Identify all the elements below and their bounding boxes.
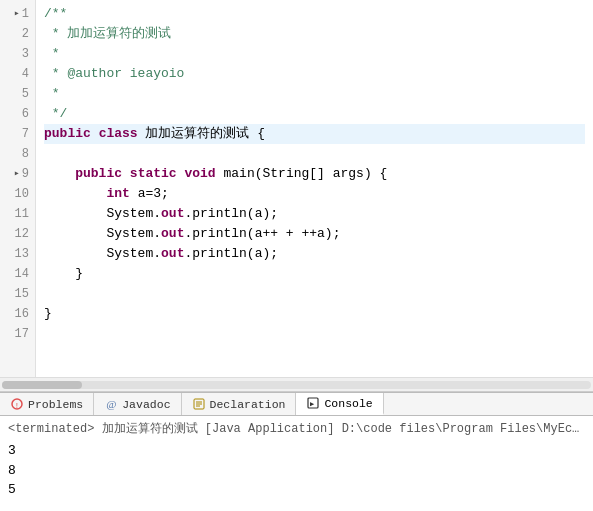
line-number-4: 4 <box>4 64 29 84</box>
tab-console[interactable]: ▶Console <box>296 393 383 415</box>
line-number-17: 17 <box>4 324 29 344</box>
line-number-11: 11 <box>4 204 29 224</box>
code-line-8 <box>44 144 585 164</box>
svg-text:!: ! <box>15 401 20 410</box>
line-number-15: 15 <box>4 284 29 304</box>
line-number-16: 16 <box>4 304 29 324</box>
code-line-17 <box>44 324 585 344</box>
svg-text:▶: ▶ <box>310 400 315 408</box>
code-line-4: * @author ieayoio <box>44 64 585 84</box>
javadoc-tab-icon: @ <box>104 397 118 411</box>
console-area: <terminated> 加加运算符的测试 [Java Application]… <box>0 416 593 511</box>
declaration-tab-label: Declaration <box>210 398 286 411</box>
console-line: 8 <box>8 461 585 481</box>
code-line-10: int a=3; <box>44 184 585 204</box>
code-line-6: */ <box>44 104 585 124</box>
console-tab-icon: ▶ <box>306 396 320 410</box>
editor-scrollbar[interactable] <box>0 377 593 391</box>
code-line-9: public static void main(String[] args) { <box>44 164 585 184</box>
code-line-2: * 加加运算符的测试 <box>44 24 585 44</box>
code-content[interactable]: /** * 加加运算符的测试 * * @author ieayoio * */p… <box>36 0 593 377</box>
bottom-tabs: !Problems@JavadocDeclaration▶Console <box>0 392 593 416</box>
code-line-12: System.out.println(a++ + ++a); <box>44 224 585 244</box>
console-tab-label: Console <box>324 397 372 410</box>
fold-icon-1[interactable]: ▸ <box>14 6 20 22</box>
console-line: 5 <box>8 480 585 500</box>
tab-javadoc[interactable]: @Javadoc <box>94 393 181 415</box>
line-number-6: 6 <box>4 104 29 124</box>
console-status: <terminated> 加加运算符的测试 [Java Application]… <box>8 420 585 437</box>
code-line-11: System.out.println(a); <box>44 204 585 224</box>
line-number-8: 8 <box>4 144 29 164</box>
line-number-1: ▸1 <box>4 4 29 24</box>
code-line-16: } <box>44 304 585 324</box>
code-line-5: * <box>44 84 585 104</box>
problems-tab-label: Problems <box>28 398 83 411</box>
line-number-3: 3 <box>4 44 29 64</box>
line-number-13: 13 <box>4 244 29 264</box>
editor-area: ▸12345678▸91011121314151617 /** * 加加运算符的… <box>0 0 593 392</box>
line-numbers: ▸12345678▸91011121314151617 <box>0 0 36 377</box>
javadoc-tab-label: Javadoc <box>122 398 170 411</box>
code-line-1: /** <box>44 4 585 24</box>
line-number-10: 10 <box>4 184 29 204</box>
code-line-3: * <box>44 44 585 64</box>
line-number-14: 14 <box>4 264 29 284</box>
declaration-tab-icon <box>192 397 206 411</box>
line-number-2: 2 <box>4 24 29 44</box>
line-number-9: ▸9 <box>4 164 29 184</box>
console-output: 385 <box>8 441 585 500</box>
line-number-7: 7 <box>4 124 29 144</box>
code-line-15 <box>44 284 585 304</box>
problems-tab-icon: ! <box>10 397 24 411</box>
tab-problems[interactable]: !Problems <box>0 393 94 415</box>
console-line: 3 <box>8 441 585 461</box>
code-line-13: System.out.println(a); <box>44 244 585 264</box>
scrollbar-track <box>2 381 591 389</box>
fold-icon-9[interactable]: ▸ <box>14 166 20 182</box>
line-number-12: 12 <box>4 224 29 244</box>
code-line-7: public class 加加运算符的测试 { <box>44 124 585 144</box>
code-line-14: } <box>44 264 585 284</box>
scrollbar-thumb[interactable] <box>2 381 82 389</box>
line-number-5: 5 <box>4 84 29 104</box>
tab-declaration[interactable]: Declaration <box>182 393 297 415</box>
code-container: ▸12345678▸91011121314151617 /** * 加加运算符的… <box>0 0 593 377</box>
